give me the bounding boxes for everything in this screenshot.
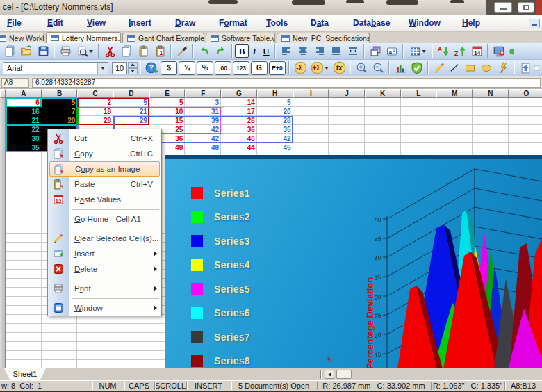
menu-data[interactable]: Data — [311, 18, 329, 28]
close-button[interactable] — [536, 0, 542, 15]
tab-new-pc-specifications[interactable]: New_PC_Specifications.vts — [277, 33, 370, 43]
column-header-c[interactable]: C — [77, 89, 113, 98]
undo-icon[interactable] — [196, 44, 213, 58]
export-icon[interactable] — [517, 60, 534, 75]
maximize-button[interactable] — [518, 2, 534, 13]
cell[interactable]: 3 — [185, 98, 221, 107]
print-icon[interactable] — [57, 44, 74, 58]
column-header-j[interactable]: J — [329, 89, 365, 98]
stepper-up-icon[interactable] — [128, 62, 138, 68]
insert-date-icon[interactable]: 14 — [468, 44, 485, 58]
cell[interactable]: 17 — [221, 107, 257, 116]
help-icon[interactable]: ? — [143, 60, 160, 75]
format-painter-icon[interactable] — [174, 44, 190, 58]
context-item-copy[interactable]: Copy Ctrl+C — [48, 146, 161, 161]
font-size-input[interactable]: 10 — [112, 62, 127, 74]
context-item-print[interactable]: Print — [48, 281, 161, 296]
cut-icon[interactable] — [101, 44, 118, 58]
cell[interactable]: 20 — [257, 107, 293, 116]
insert-table-icon[interactable] — [406, 44, 429, 58]
copy-icon[interactable] — [118, 44, 135, 58]
dropdown-caret-icon[interactable] — [97, 63, 108, 74]
validate-shield-icon[interactable] — [409, 60, 425, 75]
align-left-icon[interactable] — [278, 44, 295, 58]
horizontal-scrollbar-thumb[interactable] — [336, 370, 352, 379]
font-family-select[interactable]: Arial — [3, 62, 108, 74]
tab-new-workbook[interactable]: New Workbook — [0, 33, 44, 43]
font-size-stepper[interactable] — [128, 62, 138, 74]
formula-input[interactable]: 6.02844332439287 — [32, 78, 541, 88]
draw-line-icon[interactable] — [447, 60, 461, 75]
italic-button[interactable]: I — [249, 44, 260, 58]
cell[interactable]: 45 — [257, 143, 293, 152]
open-file-icon[interactable] — [18, 44, 35, 58]
draw-rectangle-icon[interactable] — [461, 60, 478, 75]
column-header-h[interactable]: H — [257, 89, 293, 98]
cell[interactable]: 44 — [221, 143, 257, 152]
align-right-icon[interactable] — [311, 44, 328, 58]
column-header-f[interactable]: F — [185, 89, 221, 98]
scroll-left-button[interactable] — [325, 370, 334, 379]
close-window-icon[interactable] — [491, 44, 507, 58]
column-header-i[interactable]: I — [293, 89, 329, 98]
tab-software-table[interactable]: Software Table.vts — [206, 33, 275, 43]
context-item-copy-as-image[interactable]: Copy as an Image — [49, 161, 160, 177]
draw-pencil-icon[interactable] — [431, 60, 447, 75]
chart-object[interactable]: 50 45 40 35 30 25 20 15 Percentage Devia… — [165, 155, 542, 368]
add-sum-icon[interactable]: +Σ — [309, 60, 331, 75]
minimize-button[interactable] — [494, 2, 512, 13]
dropdown-caret-icon[interactable] — [325, 67, 329, 70]
menu-tools[interactable]: Tools — [266, 18, 288, 28]
redo-icon[interactable] — [213, 44, 229, 58]
select-all-corner[interactable] — [0, 89, 6, 98]
column-header-e[interactable]: E — [149, 89, 186, 98]
subtract-sum-icon[interactable]: -Σ — [292, 60, 309, 75]
context-item-paste-values[interactable]: 12 Paste Values — [48, 192, 161, 207]
partial-icon[interactable] — [507, 44, 514, 58]
cell[interactable]: 48 — [185, 143, 221, 152]
menu-window[interactable]: Window — [409, 18, 441, 28]
bold-button[interactable]: B — [235, 44, 249, 58]
cell[interactable]: 5 — [257, 98, 293, 107]
context-item-go-home[interactable]: Go Home - Cell A1 — [48, 211, 161, 227]
column-header-b[interactable]: B — [42, 89, 78, 98]
column-header-o[interactable]: O — [509, 89, 542, 98]
context-item-cut[interactable]: Cut Ctrl+X — [48, 131, 161, 146]
column-header-k[interactable]: K — [365, 89, 401, 98]
context-item-window[interactable]: Window — [48, 300, 161, 316]
format-comma-button[interactable]: ,00 — [215, 61, 231, 75]
stepper-down-icon[interactable] — [128, 68, 138, 74]
draw-ellipse-icon[interactable] — [478, 60, 495, 75]
format-general-button[interactable]: G — [251, 61, 268, 75]
paste-icon[interactable] — [135, 44, 151, 58]
format-currency-button[interactable]: $ — [161, 61, 177, 75]
cell-reference-box[interactable]: A8 — [1, 78, 29, 88]
cell[interactable]: 14 — [221, 98, 257, 107]
sort-ascending-icon[interactable]: Z — [452, 44, 468, 58]
column-header-d[interactable]: D — [113, 89, 149, 98]
mdi-minimize-button[interactable] — [529, 19, 540, 28]
cell[interactable]: 5 — [149, 98, 186, 107]
format-scientific-button[interactable]: E+0 — [269, 61, 286, 75]
function-icon[interactable]: fx — [331, 60, 347, 75]
sort-descending-icon[interactable]: A — [435, 44, 452, 58]
merge-cells-icon[interactable] — [345, 44, 361, 58]
menu-draw[interactable]: Draw — [175, 18, 195, 28]
column-header-n[interactable]: N — [473, 89, 509, 98]
menu-file[interactable]: File — [7, 18, 22, 28]
column-header-m[interactable]: M — [436, 89, 473, 98]
zoom-out-icon[interactable] — [370, 60, 386, 75]
draw-freeform-icon[interactable] — [495, 60, 511, 75]
underline-button[interactable]: U — [260, 44, 272, 58]
menu-format[interactable]: Format — [219, 18, 247, 28]
save-icon[interactable] — [35, 44, 51, 58]
format-fraction-button[interactable]: ¼ — [179, 61, 195, 75]
tab-lottery-nommers[interactable]: Lottery Nommers.vts — [46, 32, 121, 43]
column-header-g[interactable]: G — [221, 89, 257, 98]
dropdown-caret-icon[interactable] — [422, 50, 426, 53]
paste-values-icon[interactable]: 1 — [151, 44, 168, 58]
insert-chart-icon[interactable] — [392, 60, 409, 75]
context-item-paste[interactable]: Paste Ctrl+V — [48, 177, 161, 192]
column-header-a[interactable]: A — [6, 89, 42, 98]
zoom-in-icon[interactable] — [353, 60, 370, 75]
